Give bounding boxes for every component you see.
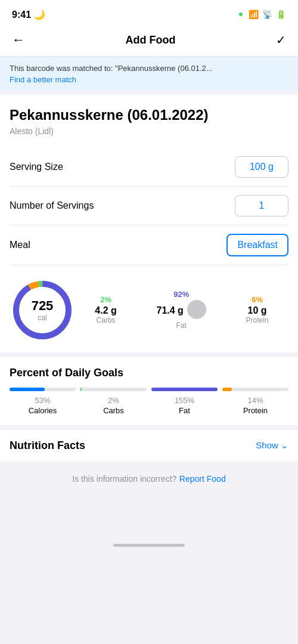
moon-icon: 🌙 — [33, 10, 45, 20]
fat-macro: 92% 71.4 g Fat — [157, 290, 206, 330]
find-better-match-link[interactable]: Find a better match — [10, 75, 288, 84]
donut-center: 725 cal — [32, 298, 54, 322]
barcode-banner: This barcode was matched to: "Pekannussk… — [0, 57, 298, 90]
barcode-message: This barcode was matched to: "Pekannussk… — [10, 64, 288, 73]
spacer — [0, 496, 298, 532]
show-nutrition-button[interactable]: Show ⌄ — [256, 440, 288, 451]
carbs-bar-fill — [80, 388, 82, 391]
num-servings-label: Number of Servings — [10, 200, 94, 211]
report-question-text: Is this information incorrect? — [72, 474, 176, 484]
main-content: Pekannusskerne (06.01.2022) Alesto (Lidl… — [0, 95, 298, 352]
serving-size-row: Serving Size 100 g — [10, 148, 288, 187]
goals-bars — [10, 388, 288, 391]
time-label: 9:41 — [12, 10, 31, 20]
num-servings-row: Number of Servings 1 — [10, 187, 288, 225]
goals-labels: 53% Calories 2% Carbs 155% Fat 14% Prote… — [10, 396, 288, 416]
meal-selector[interactable]: Breakfast — [226, 234, 288, 256]
calories-name: Calories — [29, 406, 57, 415]
carbs-macro: 2% 4.2 g Carbs — [95, 295, 116, 324]
calorie-label: cal — [32, 314, 54, 322]
meal-label: Meal — [10, 240, 30, 250]
carbs-pct: 2% — [95, 295, 116, 304]
protein-goal-name: Protein — [243, 406, 268, 415]
fat-goal-label: 155% Fat — [151, 396, 218, 416]
fat-value: 71.4 g — [157, 305, 184, 316]
protein-macro: 6% 10 g Protein — [246, 295, 269, 324]
fat-pct: 92% — [157, 290, 206, 299]
status-time: 9:41 🌙 — [12, 9, 45, 20]
protein-label: Protein — [246, 316, 269, 324]
fat-circle-icon — [187, 300, 206, 319]
macro-grid: 2% 4.2 g Carbs 92% 71.4 g Fat 6% 10 g Pr… — [75, 290, 288, 330]
battery-icon: 🔋 — [276, 10, 286, 19]
report-banner: Is this information incorrect? Report Fo… — [0, 462, 298, 496]
protein-goal-pct: 14% — [222, 396, 288, 405]
calories-bar-track — [10, 388, 76, 391]
serving-size-label: Serving Size — [10, 162, 63, 172]
protein-goal-label: 14% Protein — [222, 396, 288, 416]
calories-bar-fill — [10, 388, 45, 391]
carbs-goal-name: Carbs — [103, 406, 124, 415]
signal-dot — [239, 13, 243, 16]
wifi-icon: 📡 — [262, 10, 272, 19]
fat-bar-track — [151, 388, 218, 391]
nutrition-section: 725 cal 2% 4.2 g Carbs 92% 71.4 g Fat — [10, 265, 288, 352]
fat-label: Fat — [157, 321, 206, 330]
protein-value: 10 g — [246, 305, 269, 316]
signal-bars-icon: 📶 — [249, 10, 259, 19]
daily-goals-section: Percent of Daily Goals 53% Calories 2% C… — [0, 357, 298, 425]
nutrition-facts-title: Nutrition Facts — [10, 439, 85, 452]
protein-bar-track — [222, 388, 288, 391]
report-food-link[interactable]: Report Food — [179, 474, 226, 484]
serving-size-input[interactable]: 100 g — [235, 156, 288, 178]
fat-goal-pct: 155% — [151, 396, 218, 405]
confirm-button[interactable]: ✓ — [276, 33, 286, 47]
num-servings-input[interactable]: 1 — [235, 195, 288, 216]
calorie-donut: 725 cal — [10, 277, 75, 343]
show-label: Show — [256, 440, 278, 450]
meal-row: Meal Breakfast — [10, 225, 288, 265]
carbs-bar-track — [80, 388, 147, 391]
calorie-value: 725 — [32, 298, 54, 314]
home-bar — [113, 544, 185, 547]
fat-goal-name: Fat — [179, 406, 190, 415]
calories-goal-label: 53% Calories — [10, 396, 76, 416]
food-name: Pekannusskerne (06.01.2022) — [10, 107, 288, 124]
food-brand: Alesto (Lidl) — [10, 126, 288, 136]
status-icons: 📶 📡 🔋 — [239, 10, 286, 19]
carbs-goal-label: 2% Carbs — [80, 396, 147, 416]
protein-pct: 6% — [246, 295, 269, 304]
carbs-goal-pct: 2% — [80, 396, 147, 405]
chevron-down-icon: ⌄ — [281, 440, 288, 450]
calories-pct: 53% — [10, 396, 76, 405]
page-title: Add Food — [126, 34, 176, 47]
protein-bar-fill — [222, 388, 232, 391]
carbs-value: 4.2 g — [95, 305, 116, 316]
back-button[interactable]: ← — [12, 32, 25, 48]
nav-bar: ← Add Food ✓ — [0, 26, 298, 57]
home-indicator — [0, 532, 298, 553]
fat-bar-fill — [151, 388, 218, 391]
status-bar: 9:41 🌙 📶 📡 🔋 — [0, 0, 298, 26]
nutrition-facts-row: Nutrition Facts Show ⌄ — [0, 430, 298, 462]
carbs-label: Carbs — [95, 316, 116, 324]
daily-goals-title: Percent of Daily Goals — [10, 367, 288, 379]
